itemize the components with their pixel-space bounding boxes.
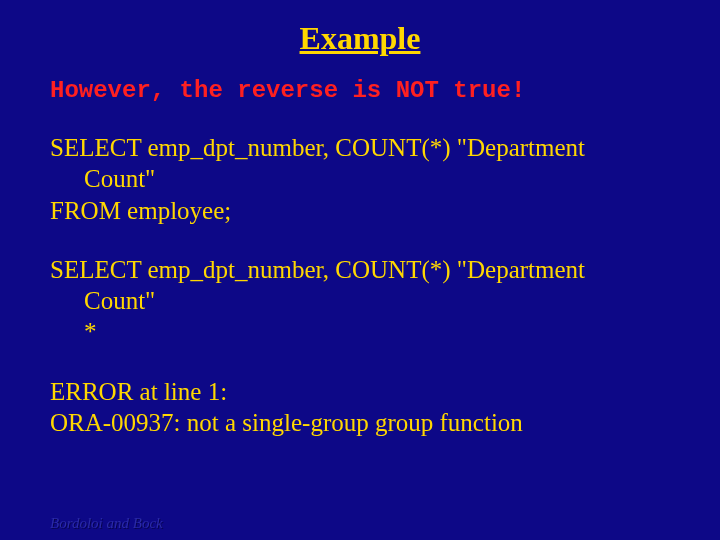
query-line-2: Count"	[50, 163, 670, 194]
query-line-1: SELECT emp_dpt_number, COUNT(*) "Departm…	[50, 134, 585, 161]
footer-credit: Bordoloi and Bock	[50, 515, 163, 532]
sql-echo-block: SELECT emp_dpt_number, COUNT(*) "Departm…	[50, 254, 670, 348]
warning-text: However, the reverse is NOT true!	[50, 77, 670, 104]
echo-line-2: Count"	[50, 285, 670, 316]
error-block: ERROR at line 1: ORA-00937: not a single…	[50, 376, 670, 439]
query-line-3: FROM employee;	[50, 197, 231, 224]
echo-marker: *	[50, 316, 670, 347]
slide-title: Example	[50, 20, 670, 57]
error-line-1: ERROR at line 1:	[50, 378, 227, 405]
echo-line-1: SELECT emp_dpt_number, COUNT(*) "Departm…	[50, 256, 585, 283]
error-line-2: ORA-00937: not a single-group group func…	[50, 409, 523, 436]
sql-query-block: SELECT emp_dpt_number, COUNT(*) "Departm…	[50, 132, 670, 226]
